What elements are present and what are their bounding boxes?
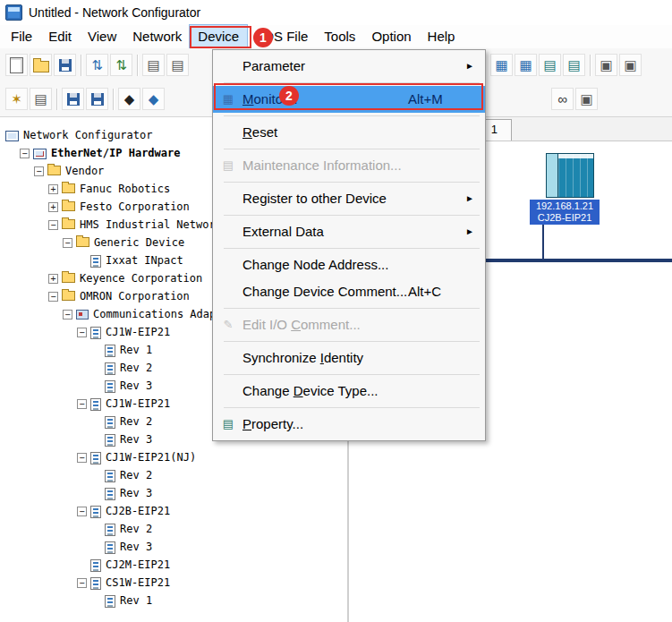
rev-icon	[105, 524, 115, 536]
tree-expand-toggle[interactable]: −	[77, 399, 87, 409]
tree-item-cs1w-eip21[interactable]: −CS1W-EIP21	[0, 574, 347, 592]
upload-and-save-button[interactable]	[86, 88, 108, 110]
menu-item-change-device-comment[interactable]: Change Device Comment...Alt+C	[213, 278, 485, 305]
diamond-tool-blue-button[interactable]: ◆	[142, 88, 165, 110]
tree-item-label: Rev 2	[120, 362, 152, 374]
toolbar-separator	[56, 89, 57, 110]
maintenance-icon: ▤	[220, 152, 236, 179]
diamond-tool-blue-icon: ◆	[149, 92, 159, 106]
tree-item-label: Rev 2	[120, 415, 152, 428]
grid-view-small-button[interactable]: ▦	[490, 54, 513, 76]
folder-icon	[62, 201, 75, 211]
rev-icon	[105, 541, 115, 554]
setup-wizard-button[interactable]: ✶	[5, 88, 28, 110]
print-preview-button[interactable]: ▤	[166, 54, 189, 76]
tree-item-rev-2[interactable]: Rev 2	[0, 466, 347, 484]
menu-item-change-device-type[interactable]: Change Device Type...	[213, 378, 485, 405]
menu-item-label: Maintenance Information...	[242, 158, 402, 173]
menubar-item-help[interactable]: Help	[420, 25, 464, 48]
tree-expand-toggle[interactable]: −	[48, 292, 58, 302]
option-tool-button[interactable]: ▣	[575, 88, 598, 110]
cascade-windows-button[interactable]: ▣	[595, 54, 617, 76]
menubar-item-file[interactable]: File	[3, 25, 40, 48]
menu-item-label: Property...	[242, 416, 303, 431]
menu-item-parameter[interactable]: Parameter►	[213, 53, 485, 80]
new-document-button[interactable]	[5, 54, 28, 76]
tree-item-label: Ixxat INpact	[106, 254, 183, 267]
tree-item-label: Rev 3	[120, 433, 152, 446]
tree-expand-toggle[interactable]: −	[20, 149, 30, 158]
tree-item-rev-3[interactable]: Rev 3	[0, 484, 347, 502]
menu-item-register-to-other-device[interactable]: Register to other Device►	[213, 185, 485, 212]
device-ip: 192.168.1.21	[530, 200, 600, 212]
tree-item-label: CJ2M-EIP21	[106, 558, 170, 571]
parameter-table-2-button[interactable]: ▤	[563, 54, 585, 76]
tree-item-label: Vendor	[65, 165, 104, 177]
menubar-item-option[interactable]: Option	[363, 25, 419, 48]
menubar-item-network[interactable]: Network	[124, 25, 190, 48]
diamond-tool-black-button[interactable]: ◆	[118, 88, 140, 110]
menu-item-reset[interactable]: Reset	[213, 119, 485, 146]
menu-item-label: Register to other Device	[242, 191, 387, 206]
device-model: CJ2B-EIP21	[530, 212, 600, 224]
io-comment-list-button[interactable]: ▤	[30, 88, 52, 110]
menu-separator	[224, 182, 480, 183]
tree-item-cj1w-eip21-nj[interactable]: −CJ1W-EIP21(NJ)	[0, 448, 347, 466]
tree-item-label: Rev 3	[120, 487, 152, 499]
menubar-item-view[interactable]: View	[80, 25, 124, 48]
property-icon: ▤	[220, 411, 236, 438]
open-project-button[interactable]	[30, 54, 52, 76]
tree-expand-toggle[interactable]: −	[63, 238, 72, 248]
tree-item-label: Rev 3	[120, 541, 152, 553]
rev-icon	[105, 380, 115, 393]
tree-expand-toggle[interactable]: +	[48, 274, 58, 284]
device-icon	[90, 506, 101, 518]
annotation-step-2: 2	[279, 86, 299, 106]
menu-item-external-data[interactable]: External Data►	[213, 218, 485, 245]
menu-item-property[interactable]: ▤Property...	[213, 411, 485, 438]
menu-item-synchronize-identity[interactable]: Synchronize Identity	[213, 345, 485, 371]
print-button[interactable]: ▤	[142, 54, 165, 76]
plc-device-icon[interactable]	[546, 153, 594, 198]
tree-item-cj2b-eip21[interactable]: −CJ2B-EIP21	[0, 502, 347, 520]
app-icon	[5, 4, 22, 21]
tree-item-label: Keyence Corporation	[80, 272, 202, 285]
tree-item-rev-3[interactable]: Rev 3	[0, 538, 347, 556]
device-icon	[90, 255, 101, 268]
tile-windows-button[interactable]: ▣	[619, 54, 642, 76]
tree-expand-toggle[interactable]: −	[34, 166, 44, 176]
menu-item-change-node-address[interactable]: Change Node Address...	[213, 251, 485, 278]
upload-from-network-button[interactable]: ⇅	[86, 54, 108, 76]
menubar-item-tools[interactable]: Tools	[316, 25, 363, 48]
save-project-button[interactable]	[54, 54, 76, 76]
menu-separator	[224, 149, 480, 149]
grid-view-large-button[interactable]: ▦	[515, 54, 537, 76]
tree-item-cj2m-eip21[interactable]: CJ2M-EIP21	[0, 556, 347, 574]
find-device-button[interactable]: ∞	[551, 88, 574, 110]
annotation-box-device-menu	[190, 26, 251, 48]
download-to-network-button[interactable]: ⇅	[110, 54, 132, 76]
toolbar-separator	[113, 89, 114, 110]
tree-expand-toggle[interactable]: −	[63, 310, 72, 320]
parameter-table-1-icon: ▤	[543, 58, 556, 72]
parameter-table-1-button[interactable]: ▤	[539, 54, 561, 76]
tree-item-rev-1[interactable]: Rev 1	[0, 592, 347, 609]
toolbar-group-file: ⇅⇅▤▤	[5, 54, 191, 76]
tree-item-label: CJ2B-EIP21	[106, 505, 170, 517]
tree-expand-toggle[interactable]: −	[77, 328, 87, 337]
tree-expand-toggle[interactable]: −	[77, 453, 87, 463]
toolbar-group-tools: ✶▤◆◆	[5, 88, 166, 110]
tree-expand-toggle[interactable]: +	[48, 202, 58, 212]
tree-expand-toggle[interactable]: +	[48, 184, 58, 194]
device-label[interactable]: 192.168.1.21 CJ2B-EIP21	[530, 200, 600, 225]
tree-expand-toggle[interactable]: −	[48, 220, 58, 230]
upload-from-network-icon: ⇅	[91, 58, 103, 72]
folder-icon	[62, 273, 75, 283]
download-and-save-button[interactable]	[62, 88, 84, 110]
device-icon	[90, 452, 101, 464]
tree-item-rev-2[interactable]: Rev 2	[0, 520, 347, 538]
tree-expand-toggle[interactable]: −	[77, 507, 87, 516]
menubar-item-edit[interactable]: Edit	[40, 25, 80, 48]
tree-item-label: CJ1W-EIP21	[106, 397, 170, 410]
tree-expand-toggle[interactable]: −	[77, 578, 87, 588]
